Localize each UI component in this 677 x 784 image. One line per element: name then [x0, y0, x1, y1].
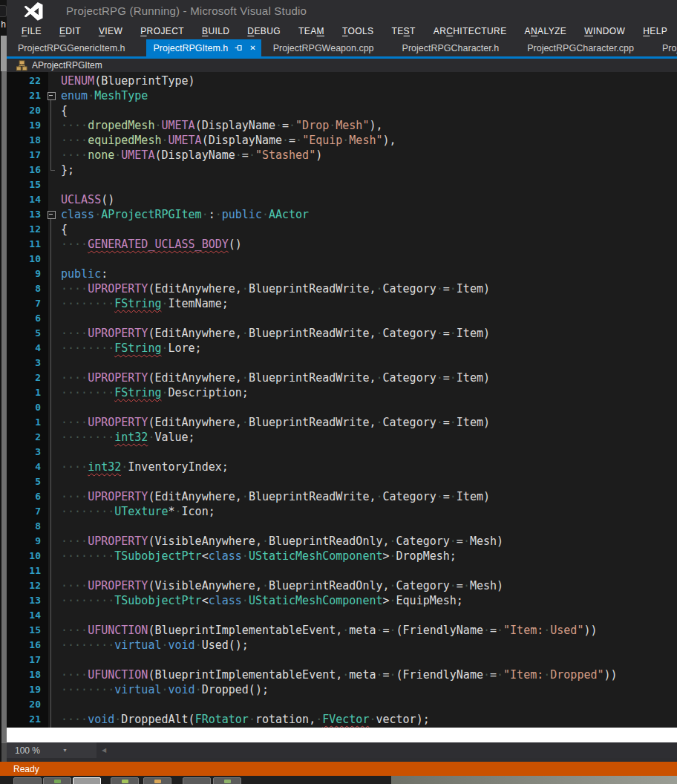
- taskbar-app-icon: [54, 780, 61, 783]
- code-line[interactable]: 19········virtual·void·Dropped();: [7, 682, 677, 697]
- code-line[interactable]: 16········virtual·void·Used();: [7, 638, 677, 653]
- menu-team[interactable]: TEAM: [290, 24, 333, 38]
- fold-collapse-icon[interactable]: [48, 211, 56, 219]
- code-line[interactable]: 5: [7, 474, 677, 489]
- line-number: 18: [7, 667, 48, 682]
- code-line[interactable]: 20{: [7, 103, 677, 118]
- menu-debug[interactable]: DEBUG: [238, 24, 290, 38]
- tab-projectrpgcharacter-h[interactable]: ProjectRPGCharacter.h: [395, 39, 507, 56]
- code-line[interactable]: 0: [7, 400, 677, 415]
- code-line[interactable]: 6····UPROPERTY(EditAnywhere,·BlueprintRe…: [7, 489, 677, 504]
- menu-edit[interactable]: EDIT: [50, 24, 90, 38]
- code-line[interactable]: 2········int32·Value;: [7, 430, 677, 445]
- horizontal-scrollbar[interactable]: ◀: [97, 742, 677, 758]
- menu-help[interactable]: HELP: [634, 24, 676, 38]
- code-line[interactable]: 18····equipedMesh·UMETA(DisplayName·=·"E…: [7, 133, 677, 148]
- taskbar-button[interactable]: [111, 777, 139, 784]
- tab-projectrpggenericitem-h[interactable]: ProjectRPGGenericItem.h: [10, 39, 133, 56]
- menu-project[interactable]: PROJECT: [131, 24, 193, 38]
- code-line[interactable]: 6: [7, 311, 677, 326]
- code-line[interactable]: 15: [7, 177, 677, 192]
- navigation-bar[interactable]: AProjectRPGItem: [7, 59, 677, 72]
- background-window-edge: h: [0, 0, 7, 762]
- background-window-tab: [0, 5, 7, 17]
- menu-analyze[interactable]: ANALYZE: [516, 24, 576, 38]
- code-line[interactable]: 14UCLASS(): [7, 192, 677, 207]
- background-window-scrollbar-end: [1, 743, 7, 762]
- taskbar-button[interactable]: [143, 777, 171, 784]
- code-line[interactable]: 3: [7, 356, 677, 370]
- tab-label: ProjectRPGGenericItem.h: [18, 43, 125, 53]
- taskbar-button[interactable]: [183, 777, 211, 784]
- code-line[interactable]: 17····none·UMETA(DisplayName·=·"Stashed"…: [7, 148, 677, 163]
- code-line[interactable]: 15····UFUNCTION(BlueprintImplementableEv…: [7, 623, 677, 638]
- code-line[interactable]: 9public:: [7, 267, 677, 281]
- code-line[interactable]: 13class·AProjectRPGItem·:·public·AActor: [7, 207, 677, 222]
- scroll-left-icon[interactable]: ◀: [102, 747, 106, 754]
- chevron-down-icon[interactable]: ▼: [62, 748, 68, 753]
- code-line[interactable]: 4········FString·Lore;: [7, 341, 677, 356]
- code-line[interactable]: 7········UTexture*·Icon;: [7, 504, 677, 519]
- taskbar-button[interactable]: [13, 777, 42, 784]
- code-line[interactable]: 13········TSubobjectPtr<class·UStaticMes…: [7, 593, 677, 608]
- code-line[interactable]: 10········TSubobjectPtr<class·UStaticMes…: [7, 549, 677, 564]
- code-line[interactable]: 7········FString·ItemName;: [7, 296, 677, 311]
- line-number: 14: [7, 192, 48, 207]
- tab-projectrpgitem-h[interactable]: ProjectRPGItem.h✕: [146, 39, 261, 56]
- code-line[interactable]: 18····UFUNCTION(BlueprintImplementableEv…: [7, 667, 677, 682]
- code-line[interactable]: 20: [7, 697, 677, 712]
- code-line[interactable]: 21····void·DroppedAlt(FRotator·rotation,…: [7, 712, 677, 727]
- code-line[interactable]: 11: [7, 564, 677, 578]
- menu-bar: FILEEDITVIEWPROJECTBUILDDEBUGTEAMTOOLSTE…: [7, 22, 677, 39]
- code-line[interactable]: 5····UPROPERTY(EditAnywhere,·BlueprintRe…: [7, 326, 677, 341]
- menu-window[interactable]: WINDOW: [575, 24, 634, 38]
- code-line[interactable]: 8····UPROPERTY(EditAnywhere,·BlueprintRe…: [7, 281, 677, 296]
- menu-architecture[interactable]: ARCHITECTURE: [425, 24, 516, 38]
- tab-label: ProjectRPGCharacter.cpp: [527, 43, 634, 53]
- menu-build[interactable]: BUILD: [193, 24, 238, 38]
- zoom-level-dropdown[interactable]: 100 % ▼: [7, 745, 97, 756]
- code-line[interactable]: 8: [7, 519, 677, 534]
- pin-icon[interactable]: [235, 44, 243, 52]
- line-number: 13: [7, 207, 48, 222]
- fold-collapse-icon[interactable]: [48, 92, 56, 100]
- line-number: 2: [7, 370, 48, 385]
- status-message: Ready: [13, 764, 39, 774]
- tab-projectrpgweapon-cpp[interactable]: ProjectRPGWeapon.cpp: [266, 39, 382, 56]
- code-line[interactable]: 2····UPROPERTY(EditAnywhere,·BlueprintRe…: [7, 370, 677, 385]
- code-line[interactable]: 19····dropedMesh·UMETA(DisplayName·=·"Dr…: [7, 118, 677, 133]
- taskbar-button[interactable]: [213, 777, 241, 784]
- line-number: 5: [7, 474, 48, 489]
- close-icon[interactable]: ✕: [249, 45, 255, 52]
- line-number: 11: [7, 237, 48, 252]
- code-line[interactable]: 21enum·MeshType: [7, 88, 677, 103]
- code-line[interactable]: 11····GENERATED_UCLASS_BODY(): [7, 237, 677, 252]
- code-line[interactable]: 12{: [7, 222, 677, 237]
- code-line[interactable]: 4····int32·InventoryIndex;: [7, 460, 677, 474]
- menu-view[interactable]: VIEW: [90, 24, 131, 38]
- code-line[interactable]: 17: [7, 653, 677, 667]
- menu-file[interactable]: FILE: [13, 24, 50, 38]
- code-editor[interactable]: 22UENUM(BlueprintType)21enum·MeshType20{…: [7, 72, 677, 728]
- code-line[interactable]: 14: [7, 608, 677, 623]
- code-line[interactable]: 1····UPROPERTY(EditAnywhere,·BlueprintRe…: [7, 415, 677, 430]
- status-bar: Ready: [0, 762, 677, 776]
- windows-taskbar[interactable]: [0, 776, 677, 784]
- tab-projectrpg[interactable]: ProjectRPG: [655, 39, 677, 56]
- taskbar-button[interactable]: [73, 777, 101, 784]
- menu-tools[interactable]: TOOLS: [333, 24, 382, 38]
- taskbar-button[interactable]: [43, 777, 71, 784]
- code-line[interactable]: 16};: [7, 163, 677, 177]
- line-number: 20: [7, 103, 48, 118]
- menu-test[interactable]: TEST: [382, 24, 424, 38]
- code-line[interactable]: 12····UPROPERTY(VisibleAnywhere,·Bluepri…: [7, 578, 677, 593]
- code-line[interactable]: 1········FString·Description;: [7, 385, 677, 400]
- code-line[interactable]: 10: [7, 252, 677, 267]
- code-line[interactable]: 22UENUM(BlueprintType): [7, 74, 677, 88]
- tab-projectrpgcharacter-cpp[interactable]: ProjectRPGCharacter.cpp: [520, 39, 641, 56]
- code-line[interactable]: 9····UPROPERTY(VisibleAnywhere,·Blueprin…: [7, 534, 677, 549]
- class-icon: [16, 60, 27, 71]
- code-line[interactable]: 3: [7, 445, 677, 460]
- code-lines[interactable]: 22UENUM(BlueprintType)21enum·MeshType20{…: [7, 74, 677, 727]
- scope-dropdown[interactable]: AProjectRPGItem: [32, 60, 102, 71]
